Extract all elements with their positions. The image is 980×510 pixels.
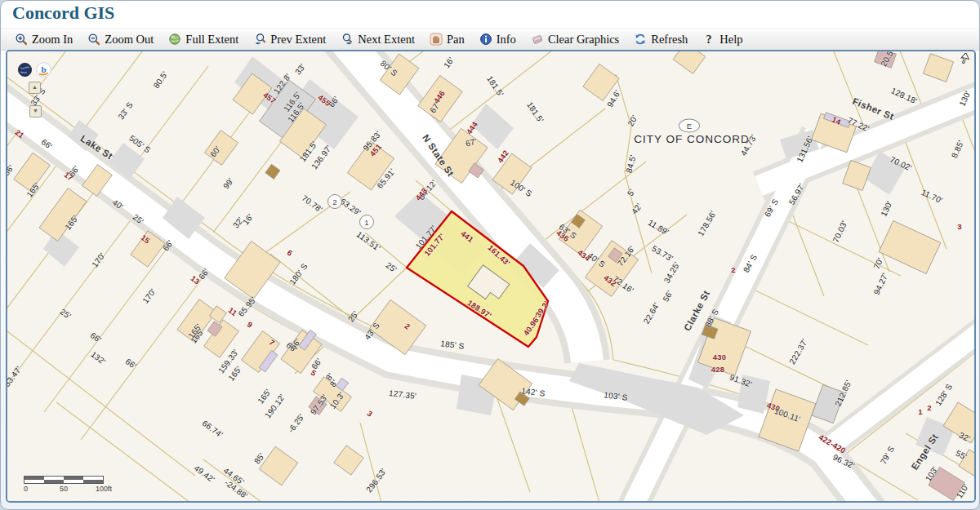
parcel-number-label: 1 bbox=[918, 408, 922, 416]
dimension-label: 33' bbox=[294, 63, 307, 77]
toolbar-button-zoom-out[interactable]: Zoom Out bbox=[80, 31, 161, 48]
map-control-button-2[interactable]: ▼ bbox=[29, 105, 42, 118]
toolbar-button-help[interactable]: ?Help bbox=[695, 31, 750, 48]
dimension-label: 165' bbox=[256, 388, 273, 406]
dimension-label: 16' bbox=[242, 213, 255, 227]
toolbar-button-label: Clear Graphics bbox=[548, 33, 619, 47]
dimension-label: 5' bbox=[626, 188, 637, 197]
dimension-label: 42' bbox=[630, 202, 644, 216]
dimension-label: 20.5' bbox=[880, 50, 896, 68]
toolbar-button-label: Pan bbox=[447, 33, 465, 47]
dimension-label: 91.32' bbox=[728, 373, 753, 388]
dimension-label: 180' S bbox=[288, 262, 310, 286]
dimension-label: -6.25' bbox=[287, 413, 306, 435]
dimension-label: 88' S bbox=[704, 308, 720, 328]
dimension-label: 66' bbox=[162, 239, 175, 253]
map-canvas[interactable]: CITY OF CONCORD80.5'33' S505' S33' S66'6… bbox=[6, 50, 976, 503]
toolbar-button-prev-extent[interactable]: Prev Extent bbox=[246, 31, 333, 48]
parcel-number-label: 422-420 bbox=[817, 433, 847, 455]
dimension-label: 170' bbox=[141, 287, 158, 305]
dimension-label: 66' bbox=[124, 357, 138, 370]
dimension-label: 66' bbox=[327, 95, 341, 109]
toolbar-button-full-extent[interactable]: Full Extent bbox=[161, 31, 246, 48]
dimension-label: 100' S bbox=[509, 179, 533, 198]
dimension-label: 185' S bbox=[440, 339, 465, 350]
dimension-label: 85' bbox=[253, 452, 266, 466]
parcel-number-label: 430 bbox=[713, 353, 726, 361]
toolbar-button-zoom-in[interactable]: Zoom In bbox=[7, 31, 80, 48]
parcel-number-label: 21 bbox=[14, 128, 25, 140]
toolbar-button-label: Next Extent bbox=[358, 33, 415, 47]
map-control-button-1[interactable]: ▲ bbox=[29, 82, 41, 94]
toolbar-button-label: Help bbox=[719, 33, 742, 47]
dimension-label: 84' S bbox=[742, 253, 759, 273]
dimension-label: 25' bbox=[385, 261, 399, 274]
parcel-number-label: 2 bbox=[927, 404, 931, 412]
svg-text:?: ? bbox=[706, 33, 712, 46]
toolbar-button-label: Full Extent bbox=[185, 33, 238, 47]
street-label: Engel St bbox=[911, 432, 941, 472]
dimension-label: 8.85' bbox=[951, 140, 966, 160]
dimension-label: 77.22' bbox=[846, 117, 871, 134]
parcel-number-label: 2 bbox=[731, 266, 735, 274]
map-label-layer: CITY OF CONCORD80.5'33' S505' S33' S66'6… bbox=[7, 51, 974, 501]
dimension-label: 11.89' bbox=[647, 219, 670, 237]
dimension-label: 80' S bbox=[379, 60, 399, 78]
dimension-label: 20' bbox=[626, 114, 639, 128]
dimension-label: 70.03' bbox=[832, 220, 849, 244]
street-label: Fisher St bbox=[851, 97, 895, 122]
dimension-label: 94.6' bbox=[606, 89, 622, 109]
toolbar-button-label: Zoom In bbox=[32, 33, 73, 47]
dimension-label: 70.78' bbox=[301, 194, 324, 215]
dimension-label: 66' bbox=[6, 164, 16, 178]
dimension-label: -33.47' bbox=[6, 365, 24, 390]
dimension-label: 110' bbox=[956, 482, 970, 499]
dimension-label: 165' bbox=[25, 181, 42, 199]
dimension-label: 40' bbox=[111, 198, 125, 211]
dimension-label: 103' S bbox=[604, 391, 628, 401]
parcel-number-label: 442 bbox=[496, 149, 510, 165]
dimension-label: 97.53' bbox=[310, 393, 330, 416]
street-label: Lake St bbox=[78, 134, 114, 162]
parcel-number-label: 6 bbox=[286, 249, 294, 258]
dimension-label: 165' bbox=[64, 214, 80, 232]
dimension-label: 96.32' bbox=[831, 454, 856, 471]
toolbar-button-label: Prev Extent bbox=[270, 33, 326, 47]
parcel-number-label: 7 bbox=[268, 339, 276, 348]
dimension-label: 60' bbox=[209, 145, 222, 159]
dimension-label: 34.25' bbox=[663, 260, 682, 284]
circled-label-E: E bbox=[679, 119, 700, 133]
dimension-label: 131.56' bbox=[795, 135, 814, 164]
dimension-label: 67' bbox=[465, 137, 478, 148]
dimension-label: 505' S bbox=[127, 134, 152, 154]
dimension-label: 170' bbox=[91, 251, 107, 269]
dimension-label: 103' bbox=[924, 465, 940, 483]
dimension-label: 222.37' bbox=[788, 338, 809, 366]
dimension-label: 16' bbox=[443, 56, 456, 70]
parcel-number-label: 441 bbox=[460, 229, 475, 244]
dimension-label: 65.91' bbox=[376, 167, 397, 190]
toolbar-button-next-extent[interactable]: Next Extent bbox=[333, 31, 422, 48]
dimension-label: 66' bbox=[40, 138, 54, 151]
dimension-label: 66' bbox=[89, 331, 103, 344]
circled-label-1: 1 bbox=[359, 215, 374, 229]
toolbar-button-pan[interactable]: Pan bbox=[422, 31, 472, 48]
scalebar: 050100ft bbox=[24, 476, 122, 494]
dimension-label: 212.85' bbox=[834, 379, 853, 408]
dimension-label: 65.95' bbox=[237, 295, 258, 318]
parcel-number-label: 11 bbox=[227, 306, 238, 317]
parcel-number-label: 5 bbox=[310, 369, 318, 378]
dimension-label: 53.73' bbox=[650, 245, 674, 264]
dimension-label: 22.64' bbox=[643, 301, 662, 325]
dimension-label: 70.02' bbox=[889, 156, 913, 173]
cursor-arrow-icon[interactable] bbox=[959, 53, 972, 69]
parcel-number-label: 428 bbox=[711, 366, 724, 374]
toolbar-button-clear-graphics[interactable]: Clear Graphics bbox=[523, 31, 626, 48]
parcel-number-label: 188.97' bbox=[466, 299, 493, 320]
toolbar-button-info[interactable]: Info bbox=[472, 31, 523, 48]
toolbar-button-label: Info bbox=[497, 33, 516, 47]
parcel-number-label: 15 bbox=[140, 233, 151, 245]
dimension-label: 181.5' bbox=[525, 101, 545, 125]
toolbar-button-refresh[interactable]: Refresh bbox=[626, 31, 695, 48]
dimension-label: 128' S bbox=[934, 383, 954, 407]
